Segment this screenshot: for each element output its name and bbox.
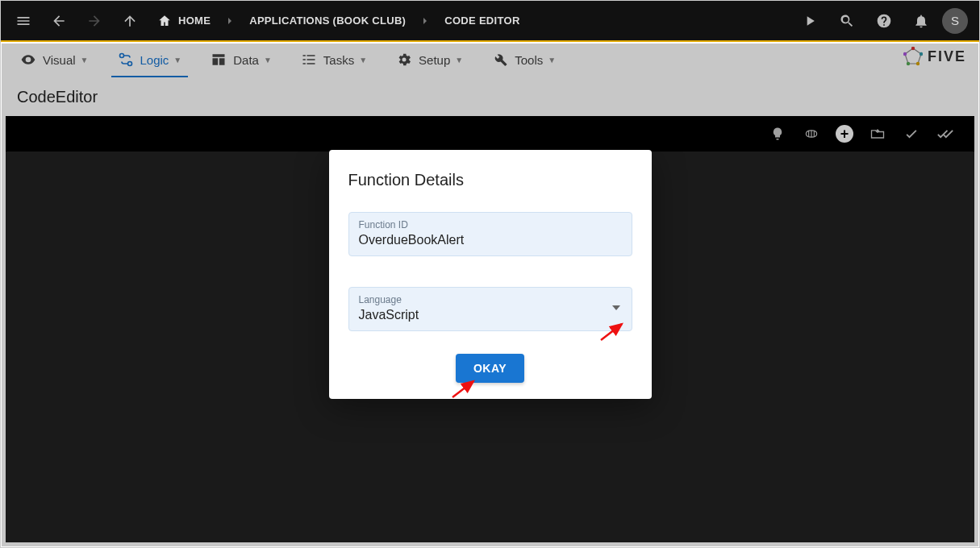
function-id-field[interactable]: Function ID OverdueBookAlert (348, 212, 632, 256)
back-button[interactable] (43, 5, 75, 37)
home-icon (157, 14, 172, 28)
avatar-initial: S (951, 14, 959, 27)
language-field[interactable]: Language JavaScript (348, 287, 632, 331)
field-label: Function ID (359, 219, 622, 230)
breadcrumb-label: CODE EDITOR (444, 15, 519, 27)
hamburger-menu-button[interactable] (7, 5, 40, 37)
breadcrumb-applications[interactable]: APPLICATIONS (BOOK CLUB) (241, 15, 414, 27)
search-button[interactable] (831, 5, 863, 37)
breadcrumb-label: APPLICATIONS (BOOK CLUB) (249, 15, 406, 27)
breadcrumb-code-editor[interactable]: CODE EDITOR (436, 15, 528, 27)
function-id-value: OverdueBookAlert (359, 233, 622, 247)
help-button[interactable] (868, 5, 900, 37)
function-details-modal: Function Details Function ID OverdueBook… (329, 150, 652, 399)
modal-title: Function Details (348, 171, 632, 189)
button-label: OKAY (473, 362, 507, 375)
topbar-right: S (794, 5, 973, 37)
modal-actions: OKAY (348, 354, 632, 383)
topbar-left: HOME APPLICATIONS (BOOK CLUB) CODE EDITO… (7, 5, 528, 37)
up-button[interactable] (114, 5, 146, 37)
forward-button[interactable] (78, 5, 111, 37)
chevron-right-icon (417, 15, 433, 27)
field-label: Language (359, 294, 622, 305)
top-app-bar: HOME APPLICATIONS (BOOK CLUB) CODE EDITO… (1, 1, 979, 42)
breadcrumb-label: HOME (178, 15, 211, 27)
notifications-button[interactable] (905, 5, 937, 37)
okay-button[interactable]: OKAY (456, 354, 524, 383)
dropdown-caret-icon (612, 305, 620, 310)
breadcrumb-home[interactable]: HOME (149, 14, 219, 28)
language-value: JavaScript (359, 308, 622, 322)
user-avatar[interactable]: S (942, 8, 968, 34)
play-button[interactable] (794, 5, 826, 37)
chevron-right-icon (222, 15, 238, 27)
